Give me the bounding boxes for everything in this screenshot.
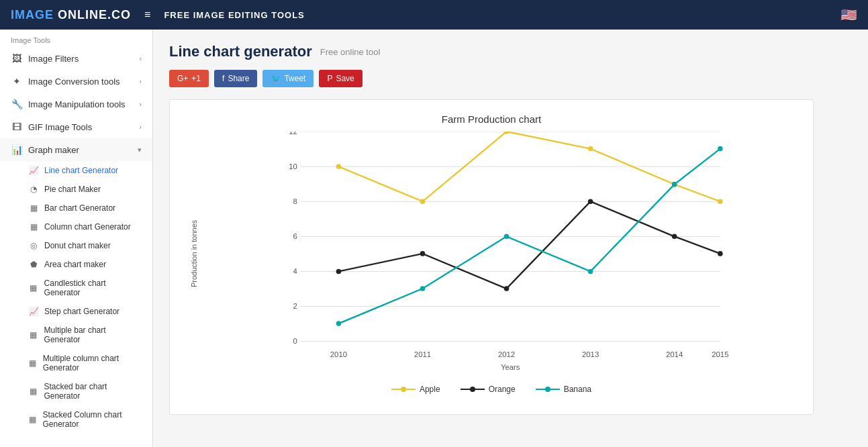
legend-apple: Apple — [391, 385, 440, 394]
svg-text:4: 4 — [293, 267, 297, 275]
chart-svg-area: 0 2 4 6 8 10 12 2010 2011 2012 — [209, 132, 793, 375]
sidebar-item-image-manipulation[interactable]: 🔧 Image Manipulation tools › — [0, 93, 152, 115]
x-axis-title: Years — [501, 363, 520, 371]
sidebar-item-multiple-bar-chart[interactable]: ▦ Multiple bar chart Generator — [0, 321, 152, 349]
svg-text:2015: 2015 — [712, 350, 728, 358]
svg-text:2012: 2012 — [498, 350, 515, 358]
gif-tools-icon: 🎞 — [11, 121, 23, 132]
stacked-bar-chart-icon: ▦ — [28, 387, 38, 396]
logo-bold: IMAGE — [11, 8, 54, 21]
sidebar-label-multiple-bar-chart: Multiple bar chart Generator — [44, 326, 142, 344]
main-content: Line chart generator Free online tool G+… — [153, 30, 868, 447]
svg-text:2010: 2010 — [330, 350, 347, 358]
chevron-icon-graph: ▾ — [138, 146, 142, 154]
sidebar-label-donut-chart: Donut chart maker — [44, 241, 111, 250]
page-subtitle: Free online tool — [320, 47, 381, 57]
banana-dot-2 — [504, 234, 510, 240]
sidebar-item-column-chart[interactable]: ▦ Column chart Generator — [0, 217, 152, 236]
apple-dot-3 — [588, 146, 593, 152]
sidebar-item-image-filters[interactable]: 🖼 Image Filters › — [0, 47, 152, 70]
sidebar-item-line-chart[interactable]: 📈 Line chart Generator — [0, 161, 152, 180]
candlestick-chart-icon: ▦ — [28, 283, 39, 293]
menu-icon[interactable]: ≡ — [144, 9, 150, 21]
line-chart-icon: 📈 — [28, 166, 39, 175]
legend-apple-line — [391, 386, 416, 393]
apple-dot-1 — [420, 199, 426, 204]
sidebar-section-label: Image Tools — [0, 30, 152, 47]
sidebar-label-stacked-column-chart: Stacked Column chart Generator — [42, 410, 142, 429]
orange-dot-4 — [672, 234, 677, 240]
legend-banana: Banana — [536, 385, 591, 394]
bar-chart-icon: ▦ — [28, 203, 39, 213]
apple-dot-0 — [336, 164, 342, 169]
svg-text:10: 10 — [289, 162, 297, 170]
social-buttons: G+ +1 f Share 🐦 Tweet P Save — [169, 70, 852, 87]
sidebar-label-image-conversion: Image Conversion tools — [28, 77, 120, 87]
sidebar-label-column-chart: Column chart Generator — [44, 222, 131, 232]
banana-dot-4 — [672, 182, 677, 187]
banana-dot-5 — [718, 146, 723, 152]
svg-text:2013: 2013 — [582, 350, 599, 358]
image-conversion-icon: ✦ — [11, 76, 23, 87]
stacked-column-chart-icon: ▦ — [28, 415, 37, 424]
logo-rest: ONLINE.CO — [54, 8, 131, 21]
pinterest-icon: P — [327, 74, 332, 83]
sidebar-item-pie-chart[interactable]: ◔ Pie chart Maker — [0, 180, 152, 199]
layout: Image Tools 🖼 Image Filters › ✦ Image Co… — [0, 30, 868, 447]
sidebar-label-image-manipulation: Image Manipulation tools — [28, 99, 126, 109]
svg-text:2011: 2011 — [414, 350, 431, 358]
orange-dot-2 — [504, 286, 510, 291]
logo[interactable]: IMAGE ONLINE.CO — [11, 8, 131, 22]
twitter-label: Tweet — [284, 74, 305, 83]
svg-text:2: 2 — [293, 302, 297, 310]
step-chart-icon: 📈 — [28, 307, 39, 316]
sidebar-item-area-chart[interactable]: ⬟ Area chart maker — [0, 255, 152, 274]
sidebar-label-bar-chart: Bar chart Generator — [44, 203, 115, 213]
chevron-icon-gif: › — [139, 123, 142, 131]
chevron-icon: › — [139, 54, 142, 62]
graph-maker-icon: 📊 — [11, 144, 23, 155]
facebook-button[interactable]: f Share — [214, 70, 257, 87]
twitter-button[interactable]: 🐦 Tweet — [262, 70, 314, 87]
svg-text:8: 8 — [293, 197, 297, 205]
orange-dot-3 — [588, 199, 593, 204]
google-plus-button[interactable]: G+ +1 — [169, 70, 209, 87]
sidebar-item-bar-chart[interactable]: ▦ Bar chart Generator — [0, 199, 152, 217]
area-chart-icon: ⬟ — [28, 260, 39, 269]
image-manipulation-icon: 🔧 — [11, 99, 23, 109]
svg-point-21 — [401, 387, 406, 392]
sidebar-item-gif-tools[interactable]: 🎞 GIF Image Tools › — [0, 115, 152, 138]
image-filters-icon: 🖼 — [11, 53, 23, 64]
sidebar-item-donut-chart[interactable]: ◎ Donut chart maker — [0, 236, 152, 255]
svg-text:2014: 2014 — [666, 350, 683, 358]
sidebar-label-image-filters: Image Filters — [28, 54, 79, 64]
sidebar-item-image-conversion[interactable]: ✦ Image Conversion tools › — [0, 70, 152, 93]
sidebar-label-candlestick-chart: Candlestick chart Generator — [44, 279, 142, 297]
svg-point-25 — [545, 387, 550, 392]
legend-banana-line — [536, 386, 560, 393]
pie-chart-icon: ◔ — [28, 185, 39, 194]
legend-apple-label: Apple — [420, 385, 440, 394]
orange-dot-5 — [718, 251, 723, 256]
sidebar-label-stacked-bar-chart: Stacked bar chart Generator — [44, 382, 142, 401]
facebook-icon: f — [222, 74, 224, 83]
y-axis-labels: 0 2 4 6 8 10 12 — [289, 132, 297, 345]
sidebar-item-step-chart[interactable]: 📈 Step chart Generator — [0, 302, 152, 321]
chart-area: Production in tonnes — [190, 132, 793, 375]
pinterest-button[interactable]: P Save — [319, 70, 362, 87]
sidebar-item-candlestick-chart[interactable]: ▦ Candlestick chart Generator — [0, 274, 152, 302]
sidebar-label-graph-maker: Graph maker — [28, 145, 79, 155]
x-axis-labels: 2010 2011 2012 2013 2014 2015 — [330, 350, 729, 358]
pinterest-label: Save — [336, 74, 354, 83]
column-chart-icon: ▦ — [28, 222, 39, 232]
sidebar-item-stacked-bar-chart[interactable]: ▦ Stacked bar chart Generator — [0, 377, 152, 405]
sidebar-label-multiple-column-chart: Multiple column chart Generator — [43, 354, 142, 372]
grid-lines — [301, 132, 720, 342]
sidebar-item-stacked-column-chart[interactable]: ▦ Stacked Column chart Generator — [0, 405, 152, 434]
svg-text:0: 0 — [293, 337, 297, 345]
sidebar-item-graph-maker[interactable]: 📊 Graph maker ▾ — [0, 138, 152, 161]
chart-svg: 0 2 4 6 8 10 12 2010 2011 2012 — [209, 132, 793, 373]
sidebar-item-multiple-column-chart[interactable]: ▦ Multiple column chart Generator — [0, 349, 152, 377]
chart-container: Farm Production chart Production in tonn… — [169, 99, 814, 415]
header: IMAGE ONLINE.CO ≡ FREE IMAGE EDITING TOO… — [0, 0, 868, 30]
